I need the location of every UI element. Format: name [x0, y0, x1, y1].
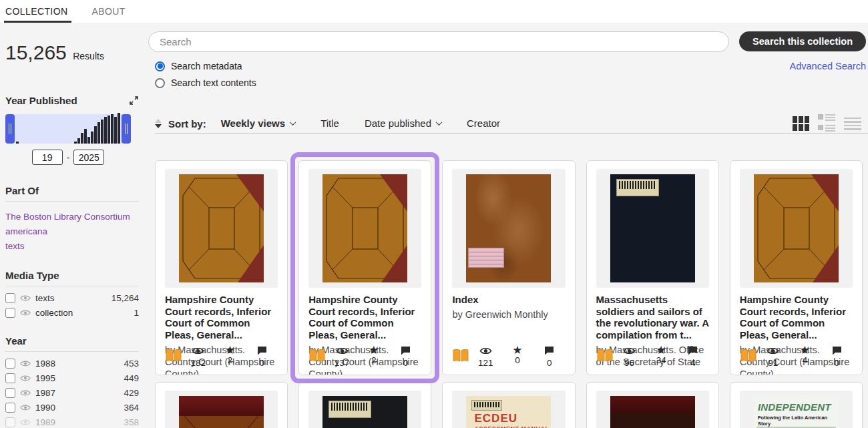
book-cover-image [466, 174, 551, 282]
item-image-area[interactable]: INDEPENDENTFollowing the Latin American … [740, 391, 853, 428]
facet-checkbox[interactable] [5, 403, 15, 413]
result-card[interactable]: Index by Greenwich Monthly [442, 160, 575, 375]
result-card[interactable] [155, 382, 288, 428]
histogram-bar [74, 142, 77, 144]
part-of-link[interactable]: americana [5, 226, 140, 238]
item-creator: by Greenwich Monthly [452, 309, 565, 321]
radio-search-text-contents[interactable]: Search text contents [155, 77, 256, 88]
comments-icon [257, 346, 267, 358]
sort-option[interactable]: Weekly views [221, 118, 295, 129]
book-cover-image [179, 174, 264, 282]
eye-toggle-icon[interactable] [20, 309, 31, 316]
list-view-icon[interactable] [818, 114, 835, 133]
histogram-bar [111, 114, 114, 144]
part-of-link[interactable]: texts [5, 240, 140, 252]
facet-checkbox[interactable] [5, 388, 15, 398]
eye-toggle-icon[interactable] [20, 419, 31, 426]
tab-collection[interactable]: COLLECTION [5, 0, 67, 23]
advanced-search-link[interactable]: Advanced Search [790, 61, 866, 71]
slider-handle-min[interactable] [5, 114, 15, 144]
divider [5, 201, 139, 202]
histogram-bar [84, 129, 87, 144]
facet-label: 1988 [35, 359, 55, 369]
item-stats: 96 ★ 34 4 [596, 346, 709, 368]
eye-toggle-icon[interactable] [20, 360, 31, 367]
results-number: 15,265 [5, 41, 67, 63]
item-title[interactable]: Massachusetts soldiers and sailors of th… [596, 294, 709, 341]
sort-option[interactable]: Creator [467, 118, 500, 129]
result-card[interactable]: INDEPENDENTFollowing the Latin American … [730, 382, 863, 428]
result-card[interactable]: Hampshire County Court records, Inferior… [730, 160, 863, 375]
item-title[interactable]: Hampshire County Court records, Inferior… [308, 294, 421, 341]
item-image-area[interactable] [596, 169, 709, 288]
views-icon [192, 346, 204, 358]
eye-toggle-icon[interactable] [20, 294, 31, 302]
item-image-area[interactable] [165, 169, 278, 288]
views-icon [623, 346, 636, 358]
sort-option[interactable]: Title [320, 118, 339, 129]
expand-icon[interactable] [129, 95, 139, 105]
radio-search-metadata[interactable]: Search metadata [155, 61, 256, 71]
comments-stat: 0 [533, 346, 566, 368]
result-card[interactable] [586, 382, 719, 428]
item-title[interactable]: Hampshire County Court records, Inferior… [165, 294, 278, 341]
year-range-slider[interactable] [5, 114, 131, 144]
eye-toggle-icon[interactable] [20, 375, 31, 382]
facet-checkbox[interactable] [5, 293, 15, 303]
year-range-separator: - [67, 152, 70, 163]
comments-count: 0 [547, 358, 552, 368]
item-image-area[interactable] [308, 391, 421, 428]
radio-label: Search text contents [171, 77, 256, 88]
result-card[interactable] [298, 382, 431, 428]
sort-option-label: Creator [467, 118, 500, 129]
eye-toggle-icon[interactable] [20, 389, 31, 397]
result-card[interactable]: Hampshire County Court records, Inferior… [155, 160, 288, 375]
sort-option[interactable]: Date published [365, 118, 441, 129]
eye-toggle-icon[interactable] [20, 404, 31, 411]
year-max-input[interactable] [73, 150, 104, 165]
results-label: Results [73, 51, 104, 61]
item-image-area[interactable] [452, 169, 565, 288]
views-stat: 96 [614, 346, 646, 368]
favorites-count: 0 [515, 355, 520, 365]
facet-checkbox[interactable] [5, 359, 15, 369]
favorites-star-icon: ★ [800, 346, 810, 355]
chevron-down-icon [436, 119, 443, 126]
tab-about[interactable]: ABOUT [91, 0, 125, 23]
item-title[interactable]: Hampshire County Court records, Inferior… [740, 294, 853, 341]
year-published-header: Year Published [5, 95, 139, 106]
search-collection-button[interactable]: Search this collection [739, 31, 866, 51]
item-image-area[interactable] [165, 391, 278, 428]
results-grid: Hampshire County Court records, Inferior… [155, 160, 863, 428]
sort-direction-icon[interactable] [155, 119, 162, 128]
item-image-area[interactable]: ECDEUASSESSMENT MANUAL [452, 391, 565, 428]
result-card[interactable]: Massachusetts soldiers and sailors of th… [586, 160, 719, 375]
facet-checkbox[interactable] [5, 373, 15, 383]
histogram-bar [77, 138, 80, 144]
favorites-stat: ★ 0 [501, 346, 533, 365]
histogram-bar [16, 142, 19, 144]
facet-count: 453 [124, 359, 139, 369]
slider-handle-max[interactable] [122, 114, 131, 144]
search-input[interactable] [148, 31, 729, 52]
result-card[interactable]: Hampshire County Court records, Inferior… [298, 160, 431, 375]
facet-checkbox[interactable] [5, 417, 15, 427]
part-of-link[interactable]: The Boston Library Consortium [5, 211, 140, 223]
views-icon [336, 346, 349, 358]
views-stat: 182 [182, 346, 214, 368]
year-min-input[interactable] [32, 150, 63, 165]
item-image-area[interactable] [308, 169, 421, 288]
facet-checkbox[interactable] [5, 308, 15, 318]
item-image-area[interactable] [740, 169, 853, 288]
favorites-stat: ★ 4 [789, 346, 821, 365]
year-facet-header: Year [5, 335, 139, 347]
facet-label: 1989 [35, 417, 55, 427]
item-stats: 91 ★ 4 0 [740, 346, 853, 368]
comments-stat: 0 [821, 346, 853, 368]
favorites-star-icon: ★ [225, 346, 235, 355]
grid-view-icon[interactable] [793, 116, 809, 131]
item-image-area[interactable] [596, 391, 709, 428]
result-card[interactable]: ECDEUASSESSMENT MANUAL [442, 382, 575, 428]
item-title[interactable]: Index [452, 294, 565, 306]
compact-view-icon[interactable] [844, 118, 861, 130]
